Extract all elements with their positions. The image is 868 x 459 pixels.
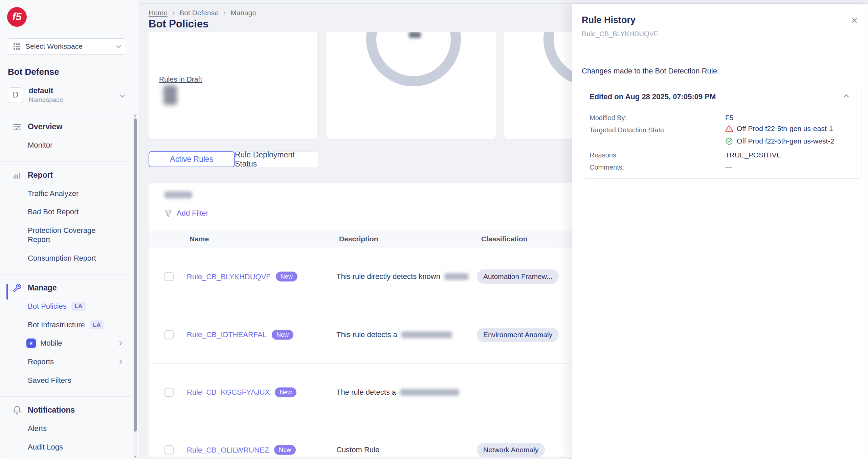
classification-chip: Environment Anomaly xyxy=(477,328,559,342)
table-row: Rule_CB_IDTHEARFAL New This rule detects… xyxy=(149,306,576,363)
sidebar-item-label: Notifications xyxy=(28,406,75,415)
history-entry-header[interactable]: Edited on Aug 28 2025, 07:05:09 PM xyxy=(589,92,716,101)
nav-section-notifications: Notifications Alerts Audit Logs xyxy=(0,396,132,459)
rule-name-link[interactable]: Rule_CB_KGCSFYAJUX xyxy=(187,388,270,397)
field-value: F5 xyxy=(725,114,734,122)
sidebar-item-protection-coverage-report[interactable]: Protection Coverage Report xyxy=(28,226,121,244)
sidebar-item-notifications[interactable]: Notifications xyxy=(13,406,125,415)
namespace-avatar: D xyxy=(8,87,23,103)
redacted-text xyxy=(400,389,459,396)
column-header-name: Name xyxy=(190,235,209,243)
scrollbar-thumb[interactable] xyxy=(134,118,137,432)
page-title: Bot Policies xyxy=(149,18,208,30)
nav-section-manage: Manage Bot Policies LA Bot Infrastructur… xyxy=(0,274,132,396)
sidebar-item-saved-filters[interactable]: Saved Filters xyxy=(28,376,121,385)
rules-in-draft-link[interactable]: Rules in Draft xyxy=(159,75,202,83)
sidebar-item-traffic-analyzer[interactable]: Traffic Analyzer xyxy=(28,189,121,198)
chevron-up-icon[interactable] xyxy=(844,94,849,99)
sidebar-item-label: Report xyxy=(28,171,53,180)
rule-name-link[interactable]: Rule_CB_IDTHEARFAL xyxy=(187,330,267,339)
add-filter-label: Add Filter xyxy=(177,209,208,218)
redacted-text xyxy=(401,331,452,338)
wrench-icon xyxy=(13,283,22,292)
field-value: TRUE_POSITIVE xyxy=(725,151,781,159)
redacted-text xyxy=(444,273,469,280)
redacted-items-count xyxy=(164,191,192,198)
sidebar-item-bot-infrastructure[interactable]: Bot Infrastructure LA xyxy=(28,320,121,330)
la-badge: LA xyxy=(90,320,104,329)
rule-description: The rule detects a xyxy=(336,388,473,397)
panel-title: Rule History xyxy=(582,15,636,25)
workspace-selector-label: Select Workspace xyxy=(25,42,83,50)
breadcrumb-home-link[interactable]: Home xyxy=(149,9,168,17)
breadcrumb: Home › Bot Defense › Manage xyxy=(149,8,256,17)
sidebar-item-label: Bot Infrastructure xyxy=(28,320,85,330)
row-checkbox[interactable] xyxy=(164,445,174,455)
rule-name-link[interactable]: Rule_CB_BLYKHDUQVF xyxy=(187,272,271,281)
mobile-star-icon: ★ xyxy=(26,338,36,348)
sidebar-item-label: Manage xyxy=(28,283,57,292)
summary-card-rules-in-draft: Rules in Draft xyxy=(149,32,317,139)
row-checkbox[interactable] xyxy=(164,330,174,339)
scroll-down-icon[interactable]: ▼ xyxy=(133,455,137,458)
sidebar-item-label: Alerts xyxy=(28,424,47,433)
sidebar-scrollbar[interactable]: ▲ ▼ xyxy=(133,113,137,459)
rule-description-text: This rule detects a xyxy=(336,330,397,339)
rule-description: This rule directly detects known xyxy=(336,272,473,281)
namespace-selector[interactable]: D default Namespace xyxy=(8,86,130,104)
rule-description: This rule detects a xyxy=(336,330,473,339)
detection-state: Off Prod f22-5th-gen us-east-1 xyxy=(725,125,833,133)
rule-description-text: Custom Rule xyxy=(336,445,379,454)
new-badge: New xyxy=(272,330,293,340)
workspace-selector[interactable]: Select Workspace xyxy=(8,38,126,54)
sidebar-item-bot-policies[interactable]: Bot Policies LA xyxy=(28,302,121,311)
detection-state: Off Prod f22-5th-gen us-west-2 xyxy=(725,137,834,145)
sidebar-item-label: Monitor xyxy=(28,140,52,150)
panel-description: Changes made to the Bot Detection Rule. xyxy=(582,67,719,75)
new-badge: New xyxy=(275,387,296,397)
nav-section-overview: Overview Monitor xyxy=(0,113,132,161)
sliders-icon xyxy=(13,122,22,131)
summary-card-donut xyxy=(327,32,496,139)
chevron-down-icon xyxy=(120,92,125,97)
sidebar-item-alerts[interactable]: Alerts xyxy=(28,424,121,433)
field-label: Modified By: xyxy=(589,114,627,122)
row-checkbox[interactable] xyxy=(164,272,174,281)
classification-chip: Network Anomaly xyxy=(477,443,545,457)
sidebar-item-report[interactable]: Report xyxy=(13,171,125,180)
breadcrumb-bot-defense-link[interactable]: Bot Defense xyxy=(179,9,219,17)
tab-rule-deployment-status[interactable]: Rule Deployment Status xyxy=(235,151,319,167)
sidebar-item-audit-logs[interactable]: Audit Logs xyxy=(28,442,121,452)
row-checkbox[interactable] xyxy=(164,388,174,397)
active-section-indicator xyxy=(6,284,8,300)
product-title: Bot Defense xyxy=(8,67,59,77)
tab-active-rules[interactable]: Active Rules xyxy=(149,151,235,167)
nav-section-report: Report Traffic Analyzer Bad Bot Report P… xyxy=(0,161,132,275)
sidebar-item-monitor[interactable]: Monitor xyxy=(28,140,121,150)
check-circle-icon xyxy=(725,137,733,145)
workspace-grid-icon xyxy=(14,43,20,50)
sidebar-item-label: Consumption Report xyxy=(28,254,96,263)
sidebar-item-consumption-report[interactable]: Consumption Report xyxy=(28,254,121,263)
breadcrumb-current: Manage xyxy=(230,9,256,17)
panel-divider xyxy=(572,52,868,52)
funnel-icon xyxy=(164,210,172,217)
rule-name-link[interactable]: Rule_CB_OLILWRUNEZ xyxy=(187,445,269,454)
sidebar-item-bad-bot-report[interactable]: Bad Bot Report xyxy=(28,207,121,217)
add-filter-button[interactable]: Add Filter xyxy=(164,209,208,218)
sidebar-item-label: Audit Logs xyxy=(28,442,63,452)
sidebar-item-label: Overview xyxy=(28,122,62,131)
sidebar-item-mobile[interactable]: ★ Mobile xyxy=(26,338,121,348)
sidebar-item-reports[interactable]: Reports xyxy=(28,357,121,367)
redacted-value xyxy=(409,32,421,38)
tab-bar: Active Rules Rule Deployment Status xyxy=(149,151,319,167)
sidebar-item-label: Protection Coverage Report xyxy=(28,226,109,244)
scroll-up-icon[interactable]: ▲ xyxy=(133,114,137,117)
column-header-description: Description xyxy=(339,235,378,243)
namespace-type-label: Namespace xyxy=(29,96,63,104)
sidebar-item-manage[interactable]: Manage xyxy=(13,283,125,292)
close-icon[interactable]: ✕ xyxy=(851,17,858,25)
sidebar-item-overview[interactable]: Overview xyxy=(13,122,125,131)
sidebar-item-label: Reports xyxy=(28,357,54,367)
redacted-value xyxy=(163,85,177,105)
